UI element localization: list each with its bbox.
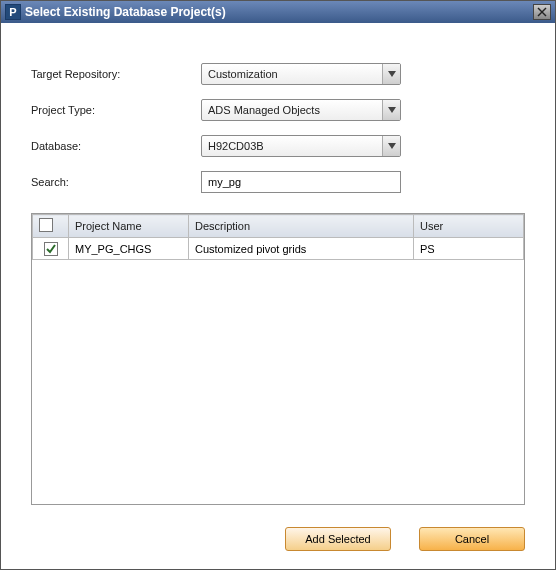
- window-title: Select Existing Database Project(s): [25, 5, 529, 19]
- chevron-down-icon: [388, 107, 396, 113]
- close-icon: [537, 7, 547, 17]
- row-project-type: Project Type: ADS Managed Objects: [31, 99, 525, 121]
- row-target-repository: Target Repository: Customization: [31, 63, 525, 85]
- label-database: Database:: [31, 140, 201, 152]
- chevron-down-icon: [388, 143, 396, 149]
- select-value: Customization: [208, 68, 278, 80]
- app-icon: P: [5, 4, 21, 20]
- svg-marker-3: [388, 107, 396, 113]
- add-selected-button[interactable]: Add Selected: [285, 527, 391, 551]
- dropdown-button[interactable]: [382, 64, 400, 84]
- check-icon: [46, 244, 56, 254]
- table-row[interactable]: MY_PG_CHGS Customized pivot grids PS: [33, 238, 524, 260]
- select-project-type[interactable]: ADS Managed Objects: [201, 99, 401, 121]
- row-checkbox[interactable]: [44, 242, 58, 256]
- select-database[interactable]: H92CD03B: [201, 135, 401, 157]
- cell-user: PS: [414, 238, 524, 260]
- cell-project-name: MY_PG_CHGS: [69, 238, 189, 260]
- cell-checkbox[interactable]: [33, 238, 69, 260]
- label-project-type: Project Type:: [31, 104, 201, 116]
- row-search: Search:: [31, 171, 525, 193]
- results-table-container: Project Name Description User MY_PG_CHGS: [31, 213, 525, 505]
- header-checkbox[interactable]: [33, 215, 69, 238]
- cell-description: Customized pivot grids: [189, 238, 414, 260]
- svg-marker-4: [388, 143, 396, 149]
- header-description[interactable]: Description: [189, 215, 414, 238]
- dropdown-button[interactable]: [382, 136, 400, 156]
- select-target-repository[interactable]: Customization: [201, 63, 401, 85]
- label-target-repository: Target Repository:: [31, 68, 201, 80]
- table-header-row: Project Name Description User: [33, 215, 524, 238]
- header-user[interactable]: User: [414, 215, 524, 238]
- svg-marker-2: [388, 71, 396, 77]
- dropdown-button[interactable]: [382, 100, 400, 120]
- cancel-button[interactable]: Cancel: [419, 527, 525, 551]
- chevron-down-icon: [388, 71, 396, 77]
- results-table: Project Name Description User MY_PG_CHGS: [32, 214, 524, 260]
- header-project-name[interactable]: Project Name: [69, 215, 189, 238]
- label-search: Search:: [31, 176, 201, 188]
- titlebar: P Select Existing Database Project(s): [1, 1, 555, 23]
- search-input[interactable]: [201, 171, 401, 193]
- row-database: Database: H92CD03B: [31, 135, 525, 157]
- dialog-content: Target Repository: Customization Project…: [1, 23, 555, 569]
- dialog-select-existing-db-project: P Select Existing Database Project(s) Ta…: [0, 0, 556, 570]
- close-button[interactable]: [533, 4, 551, 20]
- button-bar: Add Selected Cancel: [31, 527, 525, 551]
- select-all-checkbox[interactable]: [39, 218, 53, 232]
- select-value: ADS Managed Objects: [208, 104, 320, 116]
- select-value: H92CD03B: [208, 140, 264, 152]
